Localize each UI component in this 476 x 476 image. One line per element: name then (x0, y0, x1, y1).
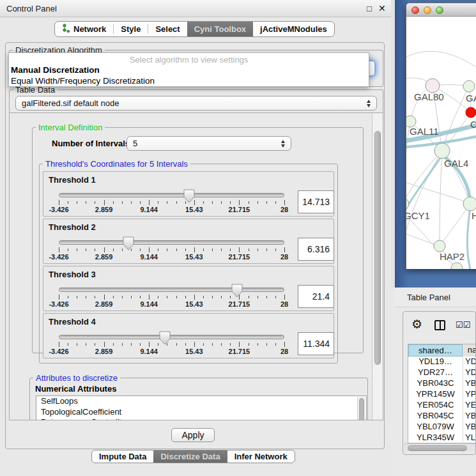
slider-tick (86, 296, 86, 298)
network-edge-thick (467, 206, 470, 269)
table-row[interactable]: YPR145WYPR1 (408, 389, 476, 400)
attribute-list-item[interactable]: SelfLoops (36, 396, 366, 407)
slider-tick (257, 343, 258, 346)
table-cell[interactable]: YDL19… (408, 357, 463, 367)
float-window-icon[interactable]: □ (367, 4, 372, 13)
slider-thumb[interactable] (231, 284, 243, 298)
table-row[interactable]: YER054CYER0 (408, 400, 476, 411)
slider-tick (176, 249, 177, 251)
network-node-h[interactable] (463, 197, 476, 211)
slider-tick (149, 247, 150, 252)
slider-tick-label: -3.426 (42, 206, 75, 213)
network-node-gal80[interactable] (426, 79, 440, 93)
table-hscrollbar-thumb[interactable] (408, 445, 467, 451)
slider-track[interactable] (59, 193, 284, 197)
network-node-c[interactable] (466, 107, 476, 118)
network-node-ga[interactable] (463, 81, 475, 92)
table-cell[interactable]: YLR3 (463, 433, 476, 443)
slider-tick-label: -3.426 (42, 348, 75, 355)
slider-track[interactable] (59, 288, 284, 292)
table-cell[interactable]: YLR345W (408, 433, 463, 443)
threshold-value-field[interactable] (298, 332, 334, 355)
gear-icon[interactable]: ⚙ (411, 318, 422, 330)
slider-tick-label: 28 (268, 300, 301, 308)
table-data-combobox[interactable]: galFiltered.sif default node (15, 96, 377, 111)
table-cell[interactable]: YPR1 (463, 389, 476, 400)
threshold-value-field[interactable] (298, 190, 334, 213)
table-cell[interactable]: YDR2 (463, 367, 476, 378)
slider-tick (239, 342, 240, 347)
number-of-intervals-combobox[interactable]: 5 (127, 136, 291, 151)
table-row[interactable]: YDR27…YDR2 (408, 367, 476, 378)
network-node-gal4[interactable] (434, 143, 450, 158)
slider-tick (194, 295, 195, 300)
table-cell[interactable]: YBR0 (463, 378, 476, 389)
network-canvas[interactable]: GAL80GACGAL11GAL4GCY1HHAP2 (406, 17, 476, 269)
network-node-gcy1[interactable] (406, 198, 409, 210)
close-icon[interactable]: ✕ (378, 3, 386, 13)
apply-button[interactable]: Apply (171, 428, 215, 442)
attributes-scrollbar[interactable] (357, 397, 365, 420)
tab-jactivemnodules[interactable]: jActiveMNodules (253, 22, 334, 36)
minimize-light-icon[interactable] (424, 6, 431, 14)
table-cell[interactable]: YDR27… (408, 367, 463, 378)
slider-track[interactable] (59, 240, 284, 245)
slider-tick (59, 342, 59, 347)
table-cell[interactable]: YER054C (408, 400, 463, 411)
table-hscrollbar[interactable] (404, 443, 475, 451)
column-header-1[interactable]: shared… (408, 344, 463, 357)
tab-style[interactable]: Style (114, 22, 148, 36)
column-header-2[interactable]: na (463, 344, 476, 357)
settings-scrollbar[interactable] (372, 113, 383, 420)
slider-tick-label: -3.426 (42, 253, 75, 261)
table-row[interactable]: YDL19…YDL1 (408, 357, 476, 367)
settings-scrollbar-thumb[interactable] (374, 131, 381, 365)
table-cell[interactable]: YBR045C (408, 411, 463, 422)
checkboxes-icon[interactable]: ☑☑ (456, 320, 470, 330)
slider-thumb[interactable] (183, 189, 195, 203)
threshold-value-field[interactable] (298, 238, 334, 261)
slider-thumb[interactable] (159, 331, 171, 345)
tab-cyni-toolbox[interactable]: Cyni Toolbox (187, 22, 253, 36)
table-cell[interactable]: YER0 (463, 400, 476, 411)
tab-select[interactable]: Select (148, 22, 187, 36)
slider-tick (194, 247, 195, 252)
slider-tick (131, 296, 132, 298)
slider-tick (140, 296, 141, 298)
slider-thumb[interactable] (123, 236, 134, 250)
slider-tick (266, 201, 267, 204)
table-cell[interactable]: YBL0 (463, 422, 476, 433)
tab-network[interactable]: Network (55, 22, 113, 36)
network-node-hap2[interactable] (434, 240, 445, 252)
table-cell[interactable]: YPR145W (408, 389, 463, 400)
tab-discretize-data[interactable]: Discretize Data (153, 450, 227, 463)
attributes-scrollbar-thumb[interactable] (359, 398, 364, 420)
slider-tick (176, 296, 177, 298)
slider-track[interactable] (59, 335, 284, 339)
slider-tick-label: 21.715 (222, 206, 256, 213)
attribute-list-item[interactable]: TopologicalCoefficient (36, 407, 366, 418)
table-row[interactable]: YBR045CYBR0 (408, 411, 476, 422)
slider-tick (104, 295, 105, 300)
network-edge (440, 151, 442, 246)
table-panel-titlebar: Table Panel (395, 288, 476, 307)
dropdown-option-manual-discretization[interactable]: Manual Discretization (11, 65, 100, 75)
threshold-row-3: Threshold 3-3.4262.8599.14415.4321.71528 (43, 266, 334, 311)
network-window-titlebar[interactable] (406, 3, 476, 17)
threshold-value-field[interactable] (298, 285, 334, 308)
table-cell[interactable]: YBR043C (408, 378, 463, 389)
dropdown-option-equal-width-frequency[interactable]: Equal Width/Frequency Discretization (11, 76, 155, 86)
table-cell[interactable]: YBL079W (408, 422, 463, 433)
table-row[interactable]: YBL079WYBL0 (408, 422, 476, 433)
zoom-light-icon[interactable] (436, 6, 443, 14)
close-light-icon[interactable] (411, 6, 419, 14)
tab-infer-network[interactable]: Infer Network (227, 450, 295, 463)
table-row[interactable]: YLR345WYLR3 (408, 433, 476, 443)
table-cell[interactable]: YDL1 (463, 357, 476, 367)
table-cell[interactable]: YBR0 (463, 411, 476, 422)
table-row[interactable]: YBR043CYBR0 (408, 378, 476, 389)
attribute-list-item[interactable]: BetweennessCentrality (36, 417, 366, 420)
tab-impute-data[interactable]: Impute Data (92, 450, 153, 463)
columns-icon[interactable] (434, 320, 445, 330)
table-data-combobox-value: galFiltered.sif default node (22, 98, 119, 108)
